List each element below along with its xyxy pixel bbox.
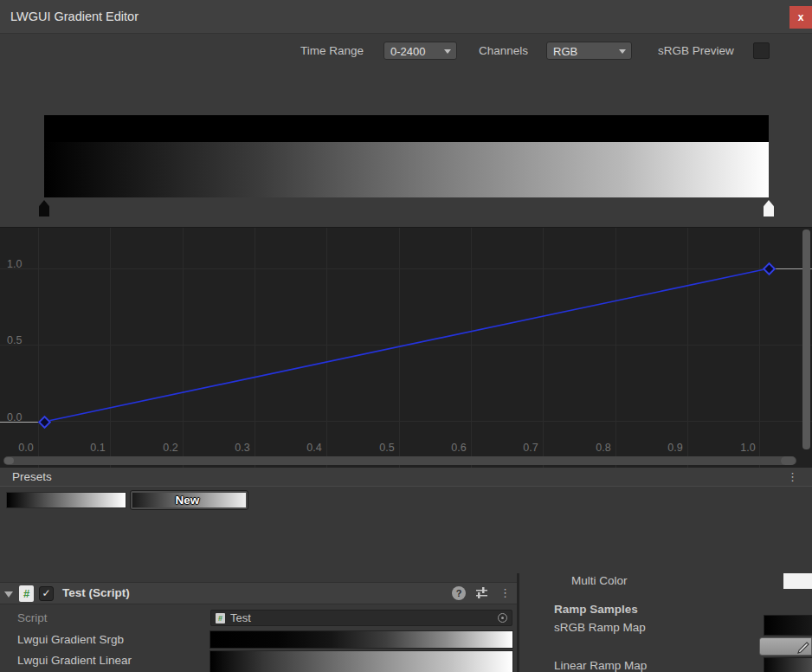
gradient-color-strip[interactable]: [44, 142, 769, 197]
srgb-ramp-label: sRGB Ramp Map: [554, 620, 646, 635]
multi-color-swatch[interactable]: [783, 573, 812, 589]
chevron-down-icon: [619, 49, 626, 54]
object-picker-icon[interactable]: [498, 613, 507, 623]
curve-line: [0, 228, 812, 468]
multi-color-label: Multi Color: [571, 573, 628, 588]
script-object-value: Test: [230, 611, 251, 625]
script-row-label: Script: [17, 610, 48, 626]
presets-icon[interactable]: [474, 587, 490, 599]
pencil-icon: [793, 640, 810, 654]
time-range-label: Time Range: [300, 42, 364, 61]
component-enabled-checkbox[interactable]: ✓: [39, 586, 54, 601]
csharp-script-icon: #: [216, 613, 225, 624]
time-range-dropdown[interactable]: 0-2400: [383, 42, 457, 60]
channels-label: Channels: [479, 42, 528, 61]
script-object-field[interactable]: # Test: [210, 610, 512, 626]
titlebar[interactable]: LWGUI Gradient Editor x: [0, 0, 812, 34]
gradient-linear-label: Lwgui Gradient Linear: [17, 652, 132, 669]
help-icon[interactable]: ?: [452, 586, 466, 600]
horizontal-scrollbar[interactable]: [3, 456, 796, 465]
preset-gradient-thumbnail[interactable]: [7, 493, 126, 507]
edit-ramp-button[interactable]: [759, 637, 812, 656]
chevron-down-icon: [444, 49, 451, 54]
curve-editor[interactable]: 1.0 0.5 0.0 0.0 0.1 0.2 0.3 0.4 0.5 0.6 …: [0, 227, 812, 468]
window-title: LWGUI Gradient Editor: [10, 0, 139, 33]
new-preset-label: New: [131, 493, 244, 507]
srgb-preview-label: sRGB Preview: [658, 42, 734, 61]
lwgui-gradient-editor-window: LWGUI Gradient Editor x Time Range 0-240…: [0, 0, 812, 672]
gradient-preview[interactable]: [44, 115, 769, 197]
material-panel: Multi Color Ramp Samples sRGB Ramp Map L…: [519, 573, 812, 672]
kebab-menu-icon[interactable]: ⋮: [499, 587, 511, 599]
vertical-scrollbar[interactable]: [802, 229, 810, 449]
srgb-preview-checkbox[interactable]: [753, 42, 770, 59]
presets-body: New: [0, 487, 812, 573]
scrollbar-right-handle[interactable]: [781, 456, 796, 465]
time-range-value: 0-2400: [390, 45, 425, 58]
gradient-linear-field[interactable]: [210, 651, 512, 672]
object-picker-dot: [501, 617, 504, 619]
component-title: Test (Script): [62, 583, 130, 604]
inspector-panel: # ✓ Test (Script) ? ⋮ Script # Test Lwgu…: [0, 573, 517, 672]
new-preset-button[interactable]: New: [130, 490, 248, 510]
gradient-srgb-label: Lwgui Gradient Srgb: [17, 631, 124, 648]
linear-ramp-thumbnail[interactable]: [764, 658, 812, 672]
foldout-triangle-icon[interactable]: [4, 591, 13, 598]
close-button[interactable]: x: [789, 6, 812, 29]
ramp-samples-header: Ramp Samples: [554, 602, 638, 617]
channels-dropdown[interactable]: RGB: [546, 42, 632, 60]
component-header[interactable]: # ✓ Test (Script) ? ⋮: [0, 582, 517, 604]
scrollbar-left-handle[interactable]: [4, 457, 14, 464]
gradient-key-black[interactable]: [39, 200, 49, 216]
gradient-alpha-strip[interactable]: [44, 115, 769, 142]
csharp-script-icon: #: [19, 585, 34, 602]
srgb-ramp-thumbnail[interactable]: [764, 616, 812, 635]
presets-title: Presets: [12, 468, 52, 487]
gradient-srgb-field[interactable]: [210, 631, 512, 648]
linear-ramp-label: Linear Ramp Map: [554, 658, 647, 672]
kebab-menu-icon[interactable]: ⋮: [787, 471, 798, 483]
channels-value: RGB: [553, 45, 577, 58]
presets-header: Presets ⋮: [0, 468, 812, 487]
gradient-key-white[interactable]: [764, 200, 774, 216]
